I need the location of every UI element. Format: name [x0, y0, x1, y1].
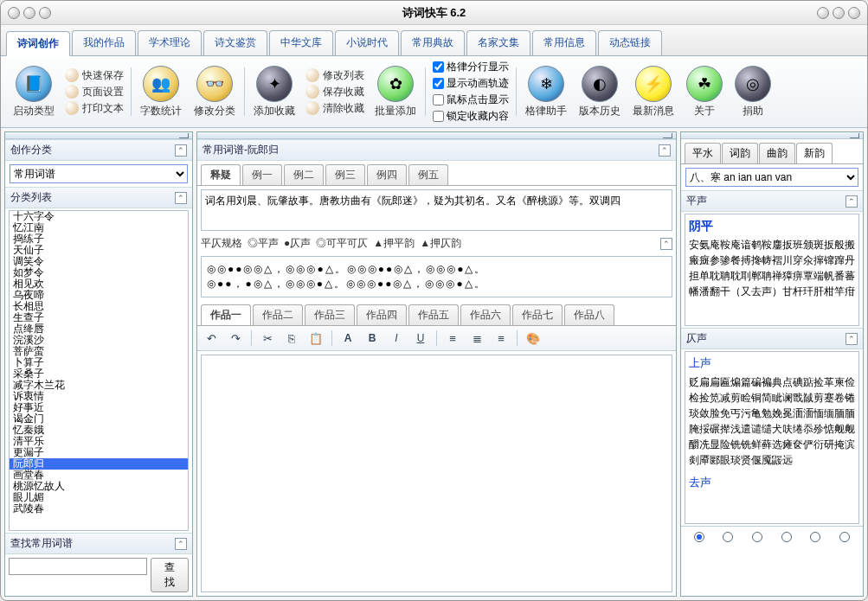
radio-3[interactable]: [752, 532, 762, 542]
collapse-icon[interactable]: ⌃: [175, 192, 187, 204]
main-tab-2[interactable]: 学术理论: [138, 30, 202, 55]
page-setup-button[interactable]: 页面设置: [65, 85, 124, 99]
main-tab-0[interactable]: 诗词创作: [6, 31, 70, 56]
bold-b-button[interactable]: B: [363, 329, 381, 347]
work-tab-5[interactable]: 作品六: [460, 304, 511, 325]
main-tab-4[interactable]: 中华文库: [269, 30, 333, 55]
radio-6[interactable]: [839, 532, 850, 542]
example-tab-3[interactable]: 例三: [325, 164, 365, 185]
radio-5[interactable]: [810, 532, 820, 542]
opt-click-show[interactable]: 鼠标点击显示: [433, 93, 509, 107]
work-tab-2[interactable]: 作品三: [305, 304, 355, 325]
about-button[interactable]: ☘ 关于: [681, 64, 728, 120]
gelv-icon: ❄: [528, 66, 564, 102]
work-tab-0[interactable]: 作品一: [201, 304, 251, 325]
color-button[interactable]: 🎨: [524, 329, 542, 347]
rhyme-tab-2[interactable]: 曲韵: [759, 143, 795, 163]
rhyme-tab-3[interactable]: 新韵: [796, 143, 833, 163]
window-dot-r2[interactable]: [833, 7, 845, 19]
word-count-icon: 👥: [143, 66, 179, 102]
main-tab-3[interactable]: 诗文鉴赏: [203, 30, 267, 55]
main-tab-7[interactable]: 名家文集: [466, 30, 530, 55]
gelv-helper-button[interactable]: ❄ 格律助手: [520, 64, 572, 120]
main-tab-6[interactable]: 常用典故: [401, 30, 465, 55]
collapse-icon[interactable]: ⌃: [660, 238, 672, 250]
italic-button[interactable]: I: [388, 329, 405, 347]
collapse-icon[interactable]: ⌃: [845, 333, 858, 345]
window-dot-r3[interactable]: [848, 7, 860, 19]
quick-save-button[interactable]: 快速保存: [65, 68, 124, 83]
example-tab-1[interactable]: 例一: [242, 164, 282, 185]
list-item[interactable]: 武陵春: [10, 503, 188, 515]
align-right-button[interactable]: ≡: [492, 329, 510, 347]
undo-button[interactable]: ↶: [203, 329, 220, 347]
left-drag-handle[interactable]: [5, 132, 192, 139]
pattern-legend: 平仄规格 ◎平声 ●仄声 ◎可平可仄 ▲押平韵 ▲押仄韵 ⌃: [201, 236, 672, 251]
collapse-icon[interactable]: ⌃: [175, 538, 187, 550]
work-tab-3[interactable]: 作品四: [357, 304, 407, 325]
clear-fav-button[interactable]: 清除收藏: [305, 101, 364, 116]
add-fav-button[interactable]: ✦ 添加收藏: [248, 64, 300, 120]
opt-gelv-lines[interactable]: 格律分行显示: [433, 60, 509, 74]
opt-lock-fav[interactable]: 锁定收藏内容: [433, 109, 509, 124]
search-button[interactable]: 查找: [151, 558, 189, 592]
modify-list-button[interactable]: 修改列表: [305, 68, 364, 83]
start-type-button[interactable]: 📘 启动类型: [8, 64, 60, 120]
editor-textarea[interactable]: [201, 355, 672, 592]
pingsheng-pane[interactable]: 阴平 安氨庵鞍庵谙鹌鞍鏖扳班颁斑扳般搬瘢癍参骖餐搏搀帱褶川穿氽撺镩蹿丹担单耽聃耽…: [685, 214, 859, 326]
shangsheng-chars: 贬扁扁匾煸篇碥褊典点碘踮捡革柬俭检捡笕减剪睑铜简眦谰戬馘剪蹇卷锩琰敛脸免丐污亀勉…: [689, 374, 855, 468]
work-tab-1[interactable]: 作品二: [253, 304, 303, 325]
zesheng-pane[interactable]: 上声 贬扁扁匾煸篇碥褊典点碘踮捡革柬俭检捡笕减剪睑铜简眦谰戬馘剪蹇卷锩琰敛脸免丐…: [685, 351, 859, 524]
window-max-dot[interactable]: [39, 7, 51, 19]
underline-button[interactable]: U: [412, 329, 429, 347]
paste-button[interactable]: 📋: [307, 329, 325, 347]
main-tab-9[interactable]: 动态链接: [598, 30, 662, 55]
window-dot-r1[interactable]: [817, 7, 829, 19]
main-tab-5[interactable]: 小说时代: [335, 30, 399, 55]
align-center-button[interactable]: ≣: [468, 329, 485, 347]
batch-add-button[interactable]: ✿ 批量添加: [370, 64, 421, 120]
rhyme-tab-0[interactable]: 平水: [685, 143, 721, 163]
category-select[interactable]: 常用词谱: [10, 164, 188, 183]
cipai-title-header: 常用词谱-阮郎归 ⌃: [197, 139, 676, 161]
word-count-button[interactable]: 👥 字数统计: [135, 64, 187, 120]
collapse-icon[interactable]: ⌃: [845, 195, 858, 208]
print-text-button[interactable]: 打印文本: [65, 101, 124, 116]
example-tab-4[interactable]: 例四: [367, 164, 407, 185]
window-close-dot[interactable]: [8, 7, 20, 19]
center-drag-handle[interactable]: [197, 132, 676, 139]
cut-button[interactable]: ✂: [259, 329, 276, 347]
redo-button[interactable]: ↷: [227, 329, 244, 347]
main-tab-8[interactable]: 常用信息: [532, 30, 596, 55]
radio-4[interactable]: [781, 532, 792, 542]
cipai-listbox[interactable]: 十六字令忆江南捣练子天仙子调笑令如梦令相见欢乌夜啼长相思生查子点绛唇浣溪沙菩萨蛮…: [9, 210, 189, 531]
save-fav-button[interactable]: 保存收藏: [305, 85, 364, 99]
example-tab-0[interactable]: 释疑: [201, 164, 241, 185]
collapse-icon[interactable]: ⌃: [659, 144, 671, 157]
right-drag-handle[interactable]: [681, 132, 863, 139]
news-button[interactable]: ⚡ 最新消息: [627, 64, 679, 120]
bold-button[interactable]: A: [339, 329, 357, 347]
radio-1[interactable]: [694, 532, 704, 542]
history-button[interactable]: ◐ 版本历史: [574, 64, 626, 120]
modify-cat-button[interactable]: 👓 修改分类: [189, 64, 241, 120]
window-min-dot[interactable]: [23, 7, 35, 19]
donate-button[interactable]: ◎ 捐助: [730, 64, 776, 120]
rhyme-tab-1[interactable]: 词韵: [722, 143, 758, 163]
copy-button[interactable]: ⎘: [283, 329, 300, 347]
work-tab-6[interactable]: 作品七: [512, 304, 563, 325]
work-tab-4[interactable]: 作品五: [408, 304, 459, 325]
opt-anim-trail[interactable]: 显示动画轨迹: [433, 76, 509, 91]
main-tab-1[interactable]: 我的作品: [72, 30, 136, 55]
collapse-icon[interactable]: ⌃: [175, 144, 187, 157]
main-tabs: 诗词创作我的作品学术理论诗文鉴赏中华文库小说时代常用典故名家文集常用信息动态链接: [1, 25, 867, 56]
radio-2[interactable]: [723, 532, 733, 542]
search-input[interactable]: [9, 558, 147, 575]
work-tab-7[interactable]: 作品八: [564, 304, 614, 325]
explanation-text: 词名用刘晨、阮肇故事。唐教坊曲有《阮郎迷》，疑为其初名。又名《醉桃源》等。双调四: [201, 189, 672, 231]
align-left-button[interactable]: ≡: [444, 329, 461, 347]
rhyme-select[interactable]: 八、寒 an ian uan van: [685, 168, 858, 187]
rhyme-tabs: 平水词韵曲韵新韵: [681, 139, 863, 164]
example-tab-5[interactable]: 例五: [408, 164, 448, 185]
example-tab-2[interactable]: 例二: [284, 164, 324, 185]
